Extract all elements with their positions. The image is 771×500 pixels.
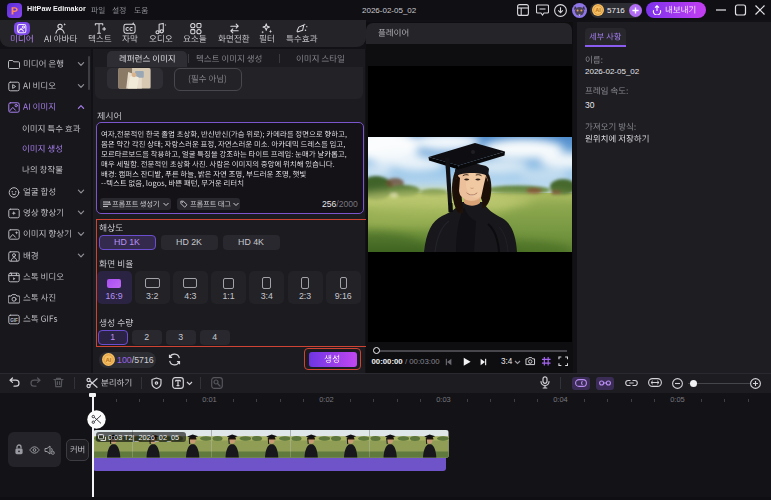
svg-text:GIF: GIF: [10, 317, 18, 322]
svg-text:AI: AI: [595, 7, 601, 13]
svg-text:AI: AI: [105, 357, 111, 363]
